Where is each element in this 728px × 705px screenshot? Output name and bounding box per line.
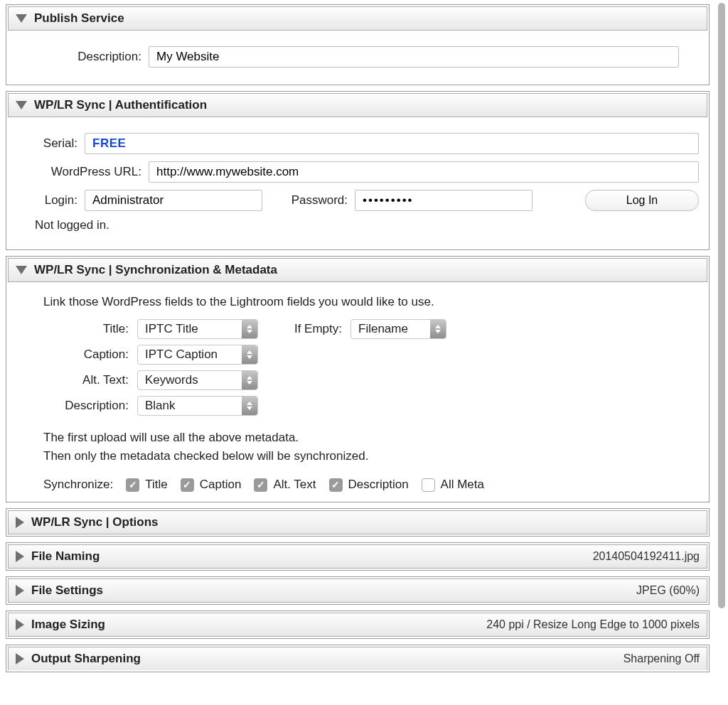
chevron-right-icon	[16, 619, 24, 630]
panel-summary: 20140504192411.jpg	[593, 550, 700, 563]
chevron-down-icon	[16, 14, 27, 23]
serial-label: Serial:	[35, 136, 85, 151]
chevron-right-icon	[16, 551, 24, 562]
updown-icon	[242, 371, 257, 389]
serial-input[interactable]	[85, 133, 699, 154]
chevron-right-icon	[16, 653, 24, 664]
alttext-field-label: Alt. Text:	[16, 373, 137, 387]
panel-file-settings: File Settings JPEG (60%)	[6, 576, 710, 605]
synchronize-label: Synchronize:	[43, 478, 113, 492]
title-field-label: Title:	[16, 322, 137, 336]
wpurl-label: WordPress URL:	[35, 165, 149, 179]
desc-select-value: Blank	[138, 399, 242, 413]
title-select-value: IPTC Title	[138, 322, 242, 336]
sync-note: The first upload will use all the above …	[43, 429, 699, 465]
sync-note-line1: The first upload will use all the above …	[43, 429, 699, 447]
panel-header-image-sizing[interactable]: Image Sizing 240 ppi / Resize Long Edge …	[8, 613, 707, 637]
panel-title: Image Sizing	[31, 618, 105, 632]
caption-select-value: IPTC Caption	[138, 348, 242, 362]
checkbox-title[interactable]: ✓	[126, 478, 139, 492]
panel-title: File Settings	[31, 583, 103, 598]
panel-title: Output Sharpening	[31, 652, 141, 666]
title-select[interactable]: IPTC Title	[137, 319, 258, 339]
panel-image-sizing: Image Sizing 240 ppi / Resize Long Edge …	[6, 610, 710, 639]
desc-select[interactable]: Blank	[137, 396, 258, 416]
caption-field-label: Caption:	[16, 348, 137, 362]
chevron-right-icon	[16, 517, 24, 528]
login-label: Login:	[35, 193, 85, 208]
panel-publish-service: Publish Service Description:	[6, 4, 710, 85]
checkbox-caption-label: Caption	[200, 478, 242, 492]
chevron-down-icon	[16, 266, 27, 274]
panel-file-naming: File Naming 20140504192411.jpg	[6, 542, 710, 571]
panel-title: File Naming	[31, 549, 100, 564]
panel-header-options[interactable]: WP/LR Sync | Options	[8, 510, 707, 534]
wordpress-url-input[interactable]	[149, 161, 699, 183]
caption-select[interactable]: IPTC Caption	[137, 345, 258, 365]
updown-icon	[242, 345, 257, 364]
panel-title: WP/LR Sync | Authentification	[34, 98, 207, 112]
chevron-right-icon	[16, 585, 24, 596]
panel-summary: JPEG (60%)	[636, 584, 700, 597]
checkbox-allmeta[interactable]	[422, 478, 435, 492]
checkbox-description[interactable]: ✓	[329, 478, 343, 492]
login-status: Not logged in.	[35, 218, 109, 232]
panel-header-file-settings[interactable]: File Settings JPEG (60%)	[8, 578, 707, 603]
panel-title: Publish Service	[34, 11, 124, 26]
panel-sync: WP/LR Sync | Synchronization & Metadata …	[6, 256, 710, 502]
checkbox-allmeta-label: All Meta	[441, 478, 484, 492]
updown-icon	[242, 397, 257, 415]
panel-summary: 240 ppi / Resize Long Edge to 1000 pixel…	[486, 618, 700, 631]
panel-summary: Sharpening Off	[623, 652, 700, 665]
desc-field-label: Description:	[16, 399, 137, 413]
panel-title: WP/LR Sync | Synchronization & Metadata	[34, 263, 277, 277]
login-button[interactable]: Log In	[585, 190, 699, 211]
alttext-select-value: Keywords	[138, 373, 242, 387]
panel-header-auth[interactable]: WP/LR Sync | Authentification	[8, 93, 707, 117]
panel-options: WP/LR Sync | Options	[6, 508, 710, 537]
ifempty-label: If Empty:	[258, 322, 350, 336]
vertical-scrollbar[interactable]	[715, 0, 728, 705]
sync-intro: Link those WordPress fields to the Light…	[43, 295, 699, 309]
scrollbar-thumb[interactable]	[718, 3, 725, 608]
ifempty-select[interactable]: Filename	[350, 319, 446, 339]
updown-icon	[430, 320, 446, 338]
password-input[interactable]	[355, 190, 532, 211]
updown-icon	[242, 320, 257, 338]
description-label: Description:	[16, 50, 149, 64]
checkbox-alttext-label: Alt. Text	[273, 478, 316, 492]
checkbox-title-label: Title	[145, 478, 168, 492]
panel-header-file-naming[interactable]: File Naming 20140504192411.jpg	[8, 544, 707, 569]
ifempty-select-value: Filename	[351, 322, 430, 336]
checkbox-alttext[interactable]: ✓	[254, 478, 267, 492]
panel-header-output-sharpening[interactable]: Output Sharpening Sharpening Off	[8, 647, 707, 670]
panel-header-sync[interactable]: WP/LR Sync | Synchronization & Metadata	[8, 258, 707, 282]
description-input[interactable]	[149, 46, 679, 68]
login-input[interactable]	[85, 190, 262, 211]
chevron-down-icon	[16, 101, 27, 109]
panel-auth: WP/LR Sync | Authentification Serial: Wo…	[6, 91, 710, 250]
panel-header-publish[interactable]: Publish Service	[8, 6, 707, 31]
checkbox-description-label: Description	[348, 478, 409, 492]
panel-title: WP/LR Sync | Options	[31, 515, 159, 529]
sync-note-line2: Then only the metadata checked below wil…	[43, 447, 699, 465]
password-label: Password:	[262, 193, 355, 208]
checkbox-caption[interactable]: ✓	[181, 478, 194, 492]
panel-output-sharpening: Output Sharpening Sharpening Off	[6, 645, 710, 672]
alttext-select[interactable]: Keywords	[137, 370, 258, 390]
